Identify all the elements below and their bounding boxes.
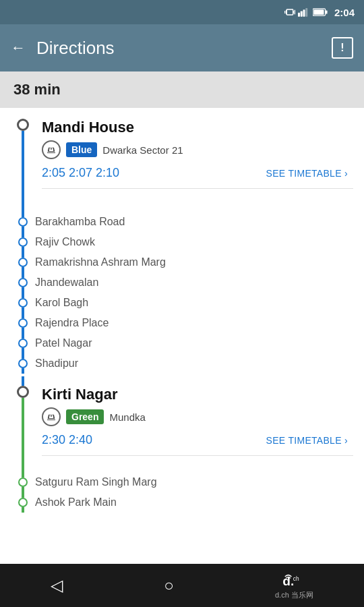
stop-name: Patel Nagar (35, 338, 92, 349)
svg-rect-1 (301, 11, 303, 17)
inter-line-col (11, 472, 35, 492)
see-timetable-blue[interactable]: SEE TIMETABLE (266, 168, 348, 179)
line-col-kirti (11, 376, 35, 472)
stop-name: Rajiv Chowk (35, 237, 95, 248)
top-bar: ← Directions ! (0, 24, 364, 71)
list-item: Karol Bagh (11, 293, 353, 313)
list-item: Barakhamba Road (11, 212, 353, 232)
major-stop-kirti-nagar: Kirti Nagar Green Mundka 2:30 2:40 SEE T… (11, 376, 353, 472)
list-item: Ramakrishna Ashram Marg (11, 252, 353, 272)
svg-rect-3 (305, 8, 307, 17)
times-blue: 2:05 2:07 2:10 (42, 166, 119, 180)
major-dot (17, 119, 29, 131)
watermark-text: d.ch 当乐网 (275, 590, 313, 600)
minor-dot (18, 478, 28, 487)
svg-text:d.: d. (283, 574, 295, 588)
major-dot-kirti (17, 386, 29, 398)
blue-tail (22, 376, 24, 386)
minor-dot (18, 318, 28, 328)
stop-name: Barakhamba Road (35, 216, 125, 227)
stop-content-mandi-house: Mandi House Blue Dwarka Sector 21 2:05 2… (35, 119, 353, 190)
minor-dot (18, 339, 28, 348)
inter-line-col (11, 293, 35, 313)
line-badge-blue: Blue (66, 142, 97, 157)
timetable-row-blue: 2:05 2:07 2:10 SEE TIMETABLE (42, 166, 353, 180)
stop-name: Satguru Ram Singh Marg (35, 477, 157, 488)
stop-name: Jhandewalan (35, 277, 98, 288)
stop-content-kirti-nagar: Kirti Nagar Green Mundka 2:30 2:40 SEE T… (35, 376, 353, 457)
home-nav-button[interactable]: ○ (164, 576, 174, 595)
back-nav-button[interactable]: ◁ (51, 576, 63, 595)
dachangle-icon: d. ch d.ch 当乐网 (275, 571, 313, 600)
inter-line-col (11, 333, 35, 353)
minor-dot (18, 359, 28, 368)
stop-name: Karol Bagh (35, 297, 88, 308)
line-col-start (11, 119, 35, 212)
inter-line-col (11, 232, 35, 252)
times-green: 2:30 2:40 (42, 433, 92, 447)
svg-rect-6 (313, 9, 324, 15)
stop-name: Ashok Park Main (35, 497, 117, 508)
list-item: Satguru Ram Singh Marg (11, 472, 353, 492)
status-time: 2:04 (334, 7, 355, 18)
inter-line-col (11, 492, 35, 513)
stop-name: Rajendra Place (35, 318, 109, 328)
line-badge-green: Green (66, 409, 104, 424)
list-item: Patel Nagar (11, 333, 353, 353)
stop-name-mandi-house: Mandi House (42, 119, 353, 136)
stop-name-kirti-nagar: Kirti Nagar (42, 386, 353, 403)
inter-line-col (11, 272, 35, 293)
status-icons: 2:04 (284, 7, 355, 18)
divider-blue (42, 188, 353, 189)
list-item: Rajiv Chowk (11, 232, 353, 252)
line-segment-blue (22, 131, 24, 212)
route-section: Mandi House Blue Dwarka Sector 21 2:05 2… (0, 108, 364, 523)
line-direction-blue: Dwarka Sector 21 (102, 144, 183, 156)
list-item: Jhandewalan (11, 272, 353, 293)
inter-line-col (11, 252, 35, 272)
minor-dot (18, 498, 28, 507)
stop-name: Shadipur (35, 358, 78, 369)
inter-line-col (11, 212, 35, 232)
metro-icon-green (42, 407, 61, 426)
duration-text: 38 min (13, 81, 61, 98)
timetable-row-green: 2:30 2:40 SEE TIMETABLE (42, 433, 353, 447)
status-bar: 2:04 (0, 0, 364, 24)
minor-dot (18, 237, 28, 247)
metro-icon (42, 140, 61, 159)
list-item: Ashok Park Main (11, 492, 353, 523)
nav-bar: ◁ ○ d. ch d.ch 当乐网 (0, 564, 364, 607)
inter-line-col (11, 353, 35, 374)
svg-rect-0 (298, 13, 300, 17)
list-item: Shadipur (11, 353, 353, 374)
divider-green (42, 455, 353, 456)
svg-rect-5 (326, 10, 328, 13)
page-title: Directions (36, 38, 332, 59)
minor-dot (18, 278, 28, 287)
back-button[interactable]: ← (11, 40, 26, 55)
list-item: Rajendra Place (11, 313, 353, 333)
svg-rect-2 (303, 9, 305, 17)
stop-name: Ramakrishna Ashram Marg (35, 257, 166, 268)
see-timetable-green[interactable]: SEE TIMETABLE (266, 435, 348, 446)
line-direction-green: Mundka (109, 411, 145, 423)
line-badge-row: Blue Dwarka Sector 21 (42, 140, 353, 159)
inter-line-col (11, 313, 35, 333)
minor-dot (18, 298, 28, 308)
svg-text:ch: ch (293, 575, 299, 582)
minor-dot (18, 217, 28, 227)
duration-bar: 38 min (0, 71, 364, 108)
minor-dot (18, 258, 28, 267)
line-segment-green (22, 398, 24, 472)
main-content: Mandi House Blue Dwarka Sector 21 2:05 2… (0, 108, 364, 564)
line-badge-row-green: Green Mundka (42, 407, 353, 426)
major-stop-mandi-house: Mandi House Blue Dwarka Sector 21 2:05 2… (11, 119, 353, 212)
chat-icon[interactable]: ! (332, 37, 353, 59)
